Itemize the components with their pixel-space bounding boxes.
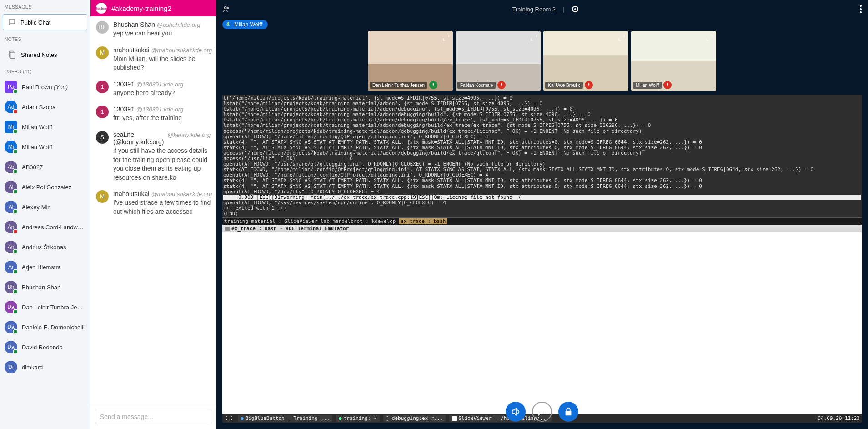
user-avatar: Ar [5, 261, 17, 273]
camera-button[interactable] [532, 402, 552, 422]
terminal-output: t("/home/milian/projects/kdab/training-m… [222, 95, 862, 217]
users-icon[interactable] [222, 5, 231, 13]
terminal-app-icon [225, 227, 230, 231]
user-avatar: Mi [5, 141, 17, 153]
expand-icon[interactable] [530, 34, 538, 42]
message-text: ftr: yes, after the training [113, 114, 211, 123]
topbar: Training Room 2 | [216, 0, 868, 18]
video-name-label: Dan Leinir Turthra Jensen [370, 82, 427, 89]
svg-rect-1 [10, 52, 15, 58]
chat-messages[interactable]: BhBhushan Shah@bshah:kde.orgyep we can h… [90, 16, 216, 404]
audio-button[interactable] [506, 402, 526, 422]
options-menu-button[interactable] [860, 5, 862, 13]
public-chat-label: Public Chat [20, 19, 50, 26]
user-row[interactable]: PaPaul Brown (You) [0, 77, 90, 97]
public-chat-item[interactable]: Public Chat [3, 14, 87, 30]
channel-title: #akademy-training2 [111, 5, 171, 12]
message-text: Moin Milian, will the slides be publishe… [113, 55, 212, 72]
user-row[interactable]: DaDan Leinir Turthra Jensen [0, 297, 90, 317]
user-avatar: Da [5, 301, 17, 313]
record-icon[interactable] [572, 6, 578, 12]
mic-icon [225, 21, 231, 28]
main-area: Training Room 2 | Milian Wolff Dan Leini… [216, 0, 868, 429]
user-name-label: Milian Wolff [22, 144, 52, 151]
user-row[interactable]: ArArjen Hiemstra [0, 257, 90, 277]
chat-message: BhBhushan Shah@bshah:kde.orgyep we can h… [96, 21, 211, 38]
user-row[interactable]: AbAB0027 [0, 157, 90, 177]
taskbar-task: ●BigBlueButton - Training ... [238, 415, 332, 422]
video-name-label: Fabian Kosmale [457, 82, 496, 89]
message-avatar: M [96, 190, 109, 203]
status-badge [13, 209, 18, 214]
expand-icon[interactable] [617, 34, 626, 42]
user-row[interactable]: AnAndrius Štikonas [0, 237, 90, 257]
lock-button[interactable] [558, 402, 578, 422]
user-row[interactable]: MiMilian Wolff [0, 117, 90, 137]
user-row[interactable]: BhBhushan Shah [0, 277, 90, 297]
window-titlebar: ex_trace : bash - KDE Terminal Emulator [222, 225, 862, 232]
chat-message: Mmahoutsukai@mahoutsukai:kde.orgMoin Mil… [96, 46, 211, 72]
user-row[interactable]: Didimkard [0, 357, 90, 377]
message-author: seaLne (@kenny:kde.org) [113, 131, 166, 146]
video-tile[interactable]: Fabian Kosmale [456, 31, 541, 91]
user-name-label: Paul Brown (You) [22, 84, 68, 91]
status-badge [13, 189, 18, 194]
user-name-label: Bhushan Shah [22, 284, 60, 291]
chat-message: 1130391@130391:kde.orgftr: yes, after th… [96, 106, 211, 123]
status-badge [13, 129, 18, 134]
messages-header: MESSAGES [0, 0, 90, 12]
message-handle: @bshah:kde.org [157, 21, 201, 28]
status-badge [13, 329, 18, 334]
terminal-tab-inactive: training-material : SlideViewer lab_mand… [224, 218, 399, 224]
message-handle: @mahoutsukai:kde.org [151, 191, 212, 197]
chat-header: Akademy #akademy-training2 [90, 0, 216, 16]
message-text: if you still have the access details for… [113, 146, 211, 182]
taskbar-clock: 04.09.20 11:23 [818, 415, 860, 421]
user-row[interactable]: AlAlexey Min [0, 197, 90, 217]
user-row[interactable]: AdAdam Szopa [0, 97, 90, 117]
user-row[interactable]: AnAndreas Cord-Landwehr [0, 217, 90, 237]
chat-message: SseaLne (@kenny:kde.org)@kenny:kde.orgif… [96, 131, 211, 182]
user-name-label: dimkard [22, 364, 43, 371]
notes-header: NOTES [0, 32, 90, 45]
presenter-pill[interactable]: Milian Wolff [222, 20, 268, 29]
user-name-label: Daniele E. Domenichelli [22, 324, 85, 331]
user-row[interactable]: DaDaniele E. Domenichelli [0, 317, 90, 337]
user-avatar: Pa [5, 81, 17, 93]
svg-point-3 [227, 7, 229, 9]
video-strip: Dan Leinir Turthra JensenFabian KosmaleK… [216, 18, 868, 95]
message-author: mahoutsukai [113, 46, 149, 54]
users-header: USERS (41) [0, 65, 90, 77]
status-badge [13, 169, 18, 174]
chat-column: Akademy #akademy-training2 BhBhushan Sha… [90, 0, 216, 429]
message-handle: @130391:kde.org [136, 106, 184, 113]
chat-message: 1130391@130391:kde.organyone here alread… [96, 81, 211, 98]
user-avatar: Da [5, 341, 17, 353]
user-name-label: Dan Leinir Turthra Jensen [22, 304, 85, 311]
message-author: 130391 [113, 81, 135, 88]
message-avatar: 1 [96, 81, 109, 93]
user-name-label: Milian Wolff [22, 124, 52, 131]
user-row[interactable]: MiMilian Wolff [0, 137, 90, 157]
user-avatar: Bh [5, 281, 17, 293]
video-tile[interactable]: Milian Wolff [631, 31, 716, 91]
user-avatar: Al [5, 181, 17, 193]
window-title: ex_trace : bash - KDE Terminal Emulator [231, 226, 349, 232]
user-row[interactable]: DaDavid Redondo [0, 337, 90, 357]
user-name-label: AB0027 [22, 164, 43, 171]
user-row[interactable]: AlAleix Pol Gonzalez [0, 177, 90, 197]
message-avatar: 1 [96, 106, 109, 118]
expand-icon[interactable] [442, 34, 450, 42]
user-name-label: David Redondo [22, 344, 63, 351]
video-tile[interactable]: Dan Leinir Turthra Jensen [368, 31, 453, 91]
chat-message: Mmahoutsukai@mahoutsukai:kde.orgI've use… [96, 190, 211, 216]
video-tile[interactable]: Kai Uwe Broulik [543, 31, 628, 91]
status-badge [13, 109, 18, 114]
message-author: Bhushan Shah [113, 21, 155, 28]
message-input[interactable] [95, 409, 211, 424]
shared-notes-item[interactable]: Shared Notes [3, 46, 87, 63]
expand-icon[interactable] [705, 34, 713, 42]
user-avatar: Al [5, 201, 17, 213]
status-badge [13, 89, 18, 94]
status-badge [13, 269, 18, 274]
